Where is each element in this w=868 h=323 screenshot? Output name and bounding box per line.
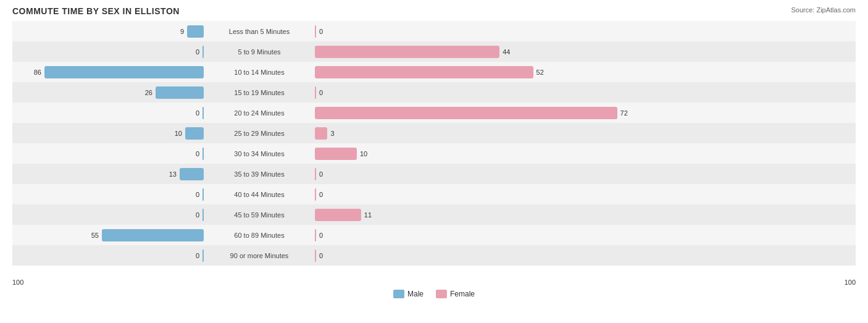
left-bar-container: 26 [12,82,204,103]
chart-container: COMMUTE TIME BY SEX IN ELLISTON Source: … [0,0,868,323]
female-bar [315,148,357,160]
right-bar-container: 72 [315,103,735,123]
right-bar-container: 0 [315,245,735,266]
male-value: 10 [175,130,182,137]
left-bar-container: 86 [12,62,204,82]
row-label: 40 to 44 Minutes [204,191,315,198]
left-bar-container: 0 [12,245,204,266]
left-bar-container: 9 [12,21,204,41]
left-bar-container: 0 [12,184,204,204]
legend-male-box [393,290,404,298]
row-label: 25 to 29 Minutes [204,130,315,137]
left-bar-container: 55 [12,225,204,245]
female-value-zero: 0 [319,252,323,259]
row-label: 60 to 89 Minutes [204,232,315,239]
axis-left: 100 [12,279,23,286]
right-bar-container: 0 [315,184,735,204]
legend: Male Female [12,290,856,298]
row-label: 35 to 39 Minutes [204,170,315,178]
male-bar [156,86,204,99]
right-bar-container: 52 [315,62,735,82]
left-bar-container: 0 [12,103,204,123]
female-value: 3 [330,130,334,137]
chart-row: 9Less than 5 Minutes0 [12,21,856,41]
chart-row: 2615 to 19 Minutes0 [12,82,856,103]
row-label: Less than 5 Minutes [204,28,315,35]
female-bar [315,66,533,78]
right-bar-container: 0 [315,21,735,41]
male-bar [102,229,204,241]
chart-title: COMMUTE TIME BY SEX IN ELLISTON [12,6,856,16]
chart-row: 05 to 9 Minutes44 [12,41,856,62]
male-value-zero: 0 [196,48,199,56]
male-bar [180,168,204,180]
chart-row: 090 or more Minutes0 [12,245,856,266]
source-text: Source: ZipAtlas.com [791,6,856,14]
chart-row: 1335 to 39 Minutes0 [12,164,856,184]
legend-female-box [436,290,447,298]
male-value: 13 [169,170,177,178]
female-value: 10 [360,150,367,157]
female-value: 52 [536,69,544,76]
male-value-zero: 0 [196,150,199,157]
male-value: 86 [34,69,41,76]
chart-row: 045 to 59 Minutes11 [12,204,856,225]
male-value-zero: 0 [196,191,199,198]
male-value: 26 [145,89,152,96]
chart-row: 5560 to 89 Minutes0 [12,225,856,245]
row-label: 20 to 24 Minutes [204,109,315,117]
female-bar-zero [315,86,316,99]
female-bar-zero [315,250,316,262]
axis-right: 100 [845,279,856,286]
female-bar [315,46,499,58]
chart-row: 1025 to 29 Minutes3 [12,123,856,143]
female-bar [315,107,617,119]
right-bar-container: 0 [315,225,735,245]
female-value-zero: 0 [319,28,323,35]
female-value: 44 [503,48,510,56]
female-bar-zero [315,188,316,201]
axis-labels: 100 100 [12,279,856,286]
left-bar-container: 13 [12,164,204,184]
bars-area: 9Less than 5 Minutes005 to 9 Minutes4486… [12,21,856,277]
row-label: 5 to 9 Minutes [204,48,315,56]
female-value-zero: 0 [319,232,323,239]
male-bar [185,127,204,140]
right-bar-container: 10 [315,143,735,164]
legend-female-label: Female [450,290,475,298]
female-bar [315,209,361,221]
left-bar-container: 0 [12,204,204,225]
legend-male-label: Male [407,290,424,298]
legend-male: Male [393,290,424,298]
right-bar-container: 44 [315,41,735,62]
legend-female: Female [436,290,475,298]
right-bar-container: 11 [315,204,735,225]
female-value: 72 [620,109,628,117]
row-label: 45 to 59 Minutes [204,211,315,219]
female-bar [315,127,327,140]
left-bar-container: 0 [12,143,204,164]
chart-row: 8610 to 14 Minutes52 [12,62,856,82]
row-label: 30 to 34 Minutes [204,150,315,157]
right-bar-container: 0 [315,164,735,184]
row-label: 10 to 14 Minutes [204,69,315,76]
male-value: 55 [91,232,99,239]
chart-row: 030 to 34 Minutes10 [12,143,856,164]
row-label: 90 or more Minutes [204,252,315,259]
chart-row: 040 to 44 Minutes0 [12,184,856,204]
male-value-zero: 0 [196,252,199,259]
female-value-zero: 0 [319,170,323,178]
right-bar-container: 0 [315,82,735,103]
female-bar-zero [315,25,316,38]
male-bar [187,25,204,38]
male-value: 9 [180,28,184,35]
row-label: 15 to 19 Minutes [204,89,315,96]
female-value-zero: 0 [319,89,323,96]
left-bar-container: 10 [12,123,204,143]
male-bar [44,66,204,78]
female-bar-zero [315,168,316,180]
male-value-zero: 0 [196,211,199,219]
male-value-zero: 0 [196,109,199,117]
chart-row: 020 to 24 Minutes72 [12,103,856,123]
female-bar-zero [315,229,316,241]
